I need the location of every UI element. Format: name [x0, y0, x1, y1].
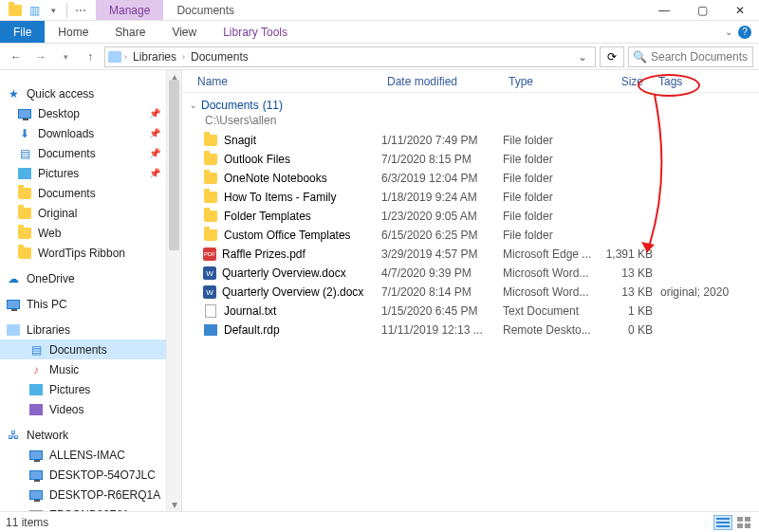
- chevron-down-icon[interactable]: ⌄: [190, 101, 197, 110]
- nav-item-documents[interactable]: ▤Documents📌: [0, 143, 181, 163]
- text-icon: [203, 303, 218, 319]
- file-row[interactable]: How To Items - Family1/18/2019 9:24 AMFi…: [203, 188, 759, 207]
- file-row[interactable]: WQuarterly Overview.docx4/7/2020 9:39 PM…: [203, 264, 759, 283]
- navigation-pane[interactable]: ★Quick access Desktop📌 ⬇Downloads📌 ▤Docu…: [0, 70, 182, 511]
- nav-onedrive[interactable]: ☁OneDrive: [0, 268, 181, 288]
- file-type: File folder: [503, 172, 602, 185]
- chevron-right-icon[interactable]: ›: [182, 52, 185, 62]
- nav-quick-access[interactable]: ★Quick access: [0, 83, 181, 103]
- file-date: 3/29/2019 4:57 PM: [381, 248, 503, 261]
- svg-rect-3: [716, 525, 730, 527]
- tab-home[interactable]: Home: [45, 21, 102, 43]
- maximize-button[interactable]: ▢: [683, 0, 721, 21]
- nav-item-downloads[interactable]: ⬇Downloads📌: [0, 123, 181, 143]
- libraries-icon: [6, 322, 21, 338]
- file-list-pane[interactable]: Name Date modified Type Size Tags ⌄ Docu…: [182, 70, 759, 511]
- nav-this-pc[interactable]: This PC: [0, 294, 181, 314]
- file-name: Custom Office Templates: [224, 229, 351, 242]
- pin-icon: 📌: [149, 168, 160, 178]
- file-name: Quarterly Overview (2).docx: [222, 285, 363, 299]
- svg-rect-4: [737, 517, 743, 522]
- forward-button[interactable]: →: [30, 46, 51, 67]
- nav-net-item[interactable]: EPSONB86F81: [0, 504, 181, 511]
- file-tab[interactable]: File: [0, 21, 45, 43]
- pin-icon: 📌: [149, 108, 160, 119]
- minimize-button[interactable]: —: [645, 0, 683, 21]
- nav-net-item[interactable]: DESKTOP-R6ERQ1A: [0, 485, 181, 504]
- column-tags[interactable]: Tags: [651, 75, 727, 88]
- nav-item-desktop[interactable]: Desktop📌: [0, 103, 181, 123]
- file-row[interactable]: Folder Templates1/23/2020 9:05 AMFile fo…: [203, 207, 759, 226]
- nav-item-web[interactable]: Web: [0, 223, 181, 243]
- nav-lib-music[interactable]: ♪Music: [0, 359, 181, 379]
- group-header[interactable]: ⌄ Documents (11): [182, 93, 759, 114]
- nav-lib-videos[interactable]: Videos: [0, 399, 181, 419]
- back-button[interactable]: ←: [6, 46, 27, 67]
- column-date[interactable]: Date modified: [380, 75, 501, 88]
- folder-icon: [17, 186, 32, 201]
- file-tags: original; 2020: [653, 285, 738, 299]
- file-row[interactable]: OneNote Notebooks6/3/2019 12:04 PMFile f…: [203, 169, 759, 188]
- nav-lib-pictures[interactable]: Pictures: [0, 379, 181, 399]
- tab-share[interactable]: Share: [102, 21, 158, 43]
- nav-item-documents-pinned[interactable]: Documents: [0, 183, 181, 203]
- tab-library-tools[interactable]: Library Tools: [210, 21, 301, 43]
- nav-net-item[interactable]: DESKTOP-54O7JLC: [0, 465, 181, 485]
- window-title: Documents: [163, 0, 248, 20]
- column-type[interactable]: Type: [501, 75, 600, 88]
- breadcrumb-segment[interactable]: Documents: [187, 50, 252, 64]
- collapse-ribbon-button[interactable]: ⌄: [725, 27, 732, 37]
- nav-net-item[interactable]: ALLENS-IMAC: [0, 445, 181, 465]
- address-dropdown-button[interactable]: ⌄: [572, 50, 593, 64]
- nav-item-pictures[interactable]: Pictures📌: [0, 163, 181, 183]
- chevron-right-icon[interactable]: ›: [124, 52, 127, 62]
- file-date: 7/1/2020 8:15 PM: [381, 153, 503, 166]
- up-button[interactable]: ↑: [80, 46, 101, 67]
- pc-icon: [6, 297, 21, 312]
- column-name[interactable]: Name: [190, 75, 380, 88]
- scroll-down-button[interactable]: ▾: [167, 498, 181, 511]
- nav-lib-documents[interactable]: ▤Documents: [0, 339, 181, 359]
- nav-libraries[interactable]: Libraries: [0, 320, 181, 339]
- folder-icon[interactable]: [8, 3, 23, 18]
- address-toolbar: ← → ▾ ↑ › Libraries › Documents ⌄ ⟳ 🔍 Se…: [0, 44, 759, 70]
- nav-item-original[interactable]: Original: [0, 203, 181, 223]
- column-size[interactable]: Size: [600, 75, 651, 88]
- file-type: File folder: [503, 134, 602, 147]
- help-button[interactable]: ?: [738, 26, 751, 39]
- file-row[interactable]: Custom Office Templates6/15/2020 6:25 PM…: [203, 226, 759, 245]
- file-date: 6/15/2020 6:25 PM: [381, 229, 503, 242]
- folder-icon: [203, 152, 218, 167]
- file-row[interactable]: Default.rdp11/11/2019 12:13 ...Remote De…: [203, 321, 759, 339]
- file-row[interactable]: WQuarterly Overview (2).docx7/1/2020 8:1…: [203, 283, 759, 302]
- overflow-icon[interactable]: ⋯: [73, 3, 88, 18]
- close-button[interactable]: ✕: [721, 0, 759, 21]
- svg-rect-2: [716, 522, 730, 523]
- pdf-icon: PDF: [203, 248, 216, 261]
- file-row[interactable]: Snagit1/11/2020 7:49 PMFile folder: [203, 131, 759, 150]
- scroll-thumb[interactable]: [169, 80, 179, 250]
- thumbnails-view-button[interactable]: [734, 515, 753, 530]
- search-input[interactable]: 🔍 Search Documents: [628, 46, 753, 67]
- breadcrumb[interactable]: › Libraries › Documents ⌄: [104, 46, 596, 67]
- recent-locations-button[interactable]: ▾: [55, 46, 76, 67]
- breadcrumb-segment[interactable]: Libraries: [129, 50, 180, 64]
- details-view-button[interactable]: [713, 515, 732, 530]
- file-type: File folder: [503, 191, 602, 204]
- tab-view[interactable]: View: [158, 21, 210, 43]
- nav-network[interactable]: 🖧Network: [0, 425, 181, 445]
- pin-icon: 📌: [149, 128, 160, 138]
- properties-icon[interactable]: ▥: [27, 3, 42, 18]
- chevron-down-icon[interactable]: ▾: [46, 3, 61, 18]
- file-row[interactable]: Outlook Files7/1/2020 8:15 PMFile folder: [203, 150, 759, 169]
- computer-icon: [28, 468, 44, 483]
- nav-scrollbar[interactable]: ▴ ▾: [166, 70, 181, 511]
- file-type: File folder: [503, 210, 602, 223]
- column-headers: Name Date modified Type Size Tags: [182, 70, 759, 93]
- file-type: Microsoft Edge ...: [503, 248, 602, 261]
- file-row[interactable]: PDFRaffle Prizes.pdf3/29/2019 4:57 PMMic…: [203, 245, 759, 264]
- refresh-button[interactable]: ⟳: [600, 46, 624, 67]
- status-bar: 11 items: [0, 511, 759, 532]
- nav-item-wordtips[interactable]: WordTips Ribbon: [0, 243, 181, 263]
- file-row[interactable]: Journal.txt1/15/2020 6:45 PMText Documen…: [203, 302, 759, 321]
